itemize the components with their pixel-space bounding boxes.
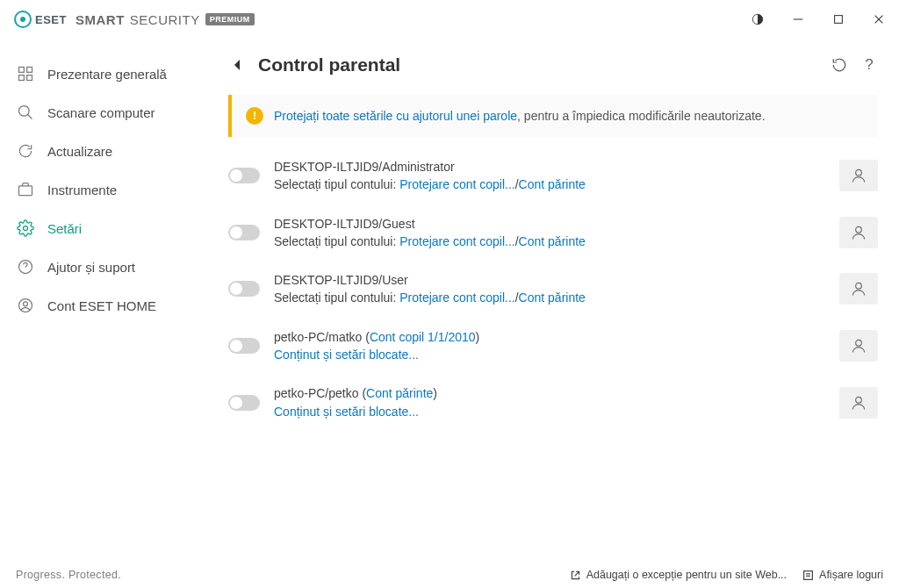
svg-point-15 [24, 226, 28, 231]
gear-icon [16, 219, 35, 238]
account-toggle[interactable] [228, 168, 260, 183]
footer: Progress. Protected. Adăugați o excepție… [0, 562, 899, 588]
sidebar-item-label: Instrumente [47, 183, 117, 197]
contrast-button[interactable] [737, 0, 778, 39]
svg-point-19 [24, 302, 28, 306]
account-row: DESKTOP-ILTJID9/User Selectați tipul con… [228, 261, 878, 318]
svg-rect-25 [804, 570, 813, 579]
user-details-button[interactable] [839, 160, 878, 191]
svg-point-22 [856, 283, 862, 290]
sidebar-item-label: Ajutor și suport [47, 260, 135, 275]
briefcase-icon [16, 180, 35, 199]
logs-icon [802, 570, 814, 581]
svg-rect-11 [27, 75, 32, 81]
sidebar-item-scan[interactable]: Scanare computer [4, 93, 216, 132]
sidebar-item-tools[interactable]: Instrumente [4, 170, 216, 209]
sidebar: Prezentare generală Scanare computer Act… [0, 39, 219, 562]
protect-child-link[interactable]: Protejare cont copil... [399, 177, 515, 191]
maximize-button[interactable] [818, 0, 859, 39]
svg-rect-5 [835, 16, 843, 24]
user-details-button[interactable] [839, 273, 878, 305]
page-title: Control parental [258, 54, 400, 75]
content-settings-link[interactable]: Conținut și setări blocate... [274, 348, 419, 362]
parent-account-link[interactable]: Cont părinte [519, 177, 586, 191]
content-settings-link[interactable]: Conținut și setări blocate... [274, 405, 419, 419]
brand-tier-badge: PREMIUM [205, 13, 255, 25]
user-details-button[interactable] [839, 387, 878, 419]
refresh-icon [16, 141, 35, 161]
sidebar-item-label: Prezentare generală [47, 67, 167, 82]
sidebar-item-label: Cont ESET HOME [47, 298, 156, 313]
help-button[interactable]: ? [860, 56, 878, 74]
account-name: DESKTOP-ILTJID9/User [274, 271, 825, 289]
account-type-prefix: Selectați tipul contului: [274, 177, 399, 191]
svg-point-12 [19, 106, 30, 117]
banner-link[interactable]: Protejați toate setările cu ajutorul une… [274, 109, 517, 123]
svg-text:ESET: ESET [35, 13, 67, 26]
sidebar-item-label: Actualizare [47, 144, 112, 159]
banner-text: , pentru a împiedica modificările neauto… [517, 109, 765, 123]
parent-account-link[interactable]: Cont părinte [519, 290, 586, 305]
close-button[interactable] [859, 0, 899, 39]
back-button[interactable] [228, 59, 246, 71]
titlebar: ESET SMART SECURITY PREMIUM [0, 0, 899, 39]
svg-rect-8 [19, 68, 25, 73]
svg-line-13 [28, 115, 32, 119]
sidebar-item-settings[interactable]: Setări [4, 209, 216, 247]
account-type-prefix: Selectați tipul contului: [274, 290, 399, 305]
brand-product1: SMART [76, 12, 125, 27]
footer-slogan: Progress. Protected. [16, 569, 121, 581]
external-link-icon [570, 570, 581, 581]
account-type-prefix: Selectați tipul contului: [274, 234, 399, 248]
search-icon [16, 103, 35, 122]
protect-child-link[interactable]: Protejare cont copil... [399, 290, 515, 305]
main: Control parental ? ! Protejați toate set… [219, 39, 899, 562]
sidebar-item-overview[interactable]: Prezentare generală [4, 54, 216, 93]
warning-icon: ! [246, 107, 263, 125]
svg-rect-10 [19, 75, 25, 81]
sidebar-item-account[interactable]: Cont ESET HOME [4, 286, 216, 325]
svg-point-1 [20, 17, 25, 22]
add-exception-link[interactable]: Adăugați o excepție pentru un site Web..… [570, 569, 787, 581]
window-controls [737, 0, 899, 39]
account-name: DESKTOP-ILTJID9/Administrator [274, 158, 825, 176]
account-name: DESKTOP-ILTJID9/Guest [274, 215, 825, 233]
svg-rect-9 [27, 68, 32, 73]
minimize-button[interactable] [778, 0, 818, 39]
svg-point-23 [856, 340, 862, 346]
password-protection-banner: ! Protejați toate setările cu ajutorul u… [228, 95, 878, 137]
eset-logo: ESET [14, 11, 68, 28]
account-toggle[interactable] [228, 395, 260, 411]
account-row: petko-PC/matko (Cont copil 1/1/2010) Con… [228, 318, 878, 375]
account-row: petko-PC/petko (Cont părinte) Conținut ș… [228, 374, 878, 431]
reset-button[interactable] [831, 56, 848, 74]
overview-icon [16, 64, 35, 83]
account-toggle[interactable] [228, 281, 260, 297]
protect-child-link[interactable]: Protejare cont copil... [399, 234, 515, 248]
account-row: DESKTOP-ILTJID9/Guest Selectați tipul co… [228, 204, 878, 262]
parent-account-link[interactable]: Cont părinte [519, 234, 586, 248]
account-toggle[interactable] [228, 225, 260, 240]
user-details-button[interactable] [839, 217, 878, 248]
brand: ESET SMART SECURITY PREMIUM [14, 11, 255, 28]
svg-rect-14 [19, 186, 32, 196]
account-name: petko-PC/petko ( [274, 386, 366, 400]
account-name: petko-PC/matko ( [274, 330, 370, 344]
sidebar-item-label: Setări [47, 221, 82, 236]
account-toggle[interactable] [228, 338, 260, 354]
account-type-link[interactable]: Cont copil 1/1/2010 [370, 330, 476, 344]
sidebar-item-label: Scanare computer [47, 105, 155, 120]
svg-point-20 [856, 170, 862, 176]
svg-point-21 [856, 226, 862, 233]
svg-point-24 [856, 397, 862, 403]
sidebar-item-update[interactable]: Actualizare [4, 132, 216, 170]
page-header: Control parental ? [228, 54, 878, 75]
account-row: DESKTOP-ILTJID9/Administrator Selectați … [228, 147, 878, 204]
help-icon [16, 257, 35, 276]
show-logs-link[interactable]: Afișare loguri [802, 569, 883, 581]
accounts-list: DESKTOP-ILTJID9/Administrator Selectați … [228, 147, 878, 431]
sidebar-item-help[interactable]: Ajutor și suport [4, 247, 216, 286]
user-circle-icon [16, 296, 35, 315]
account-type-link[interactable]: Cont părinte [366, 386, 433, 400]
user-details-button[interactable] [839, 330, 878, 362]
